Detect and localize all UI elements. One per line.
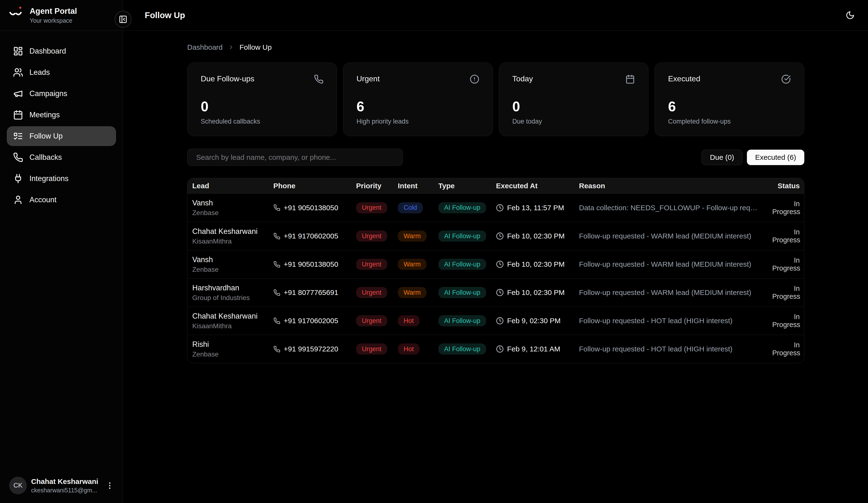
sidebar-item-label: Campaigns [29,89,67,98]
breadcrumb-current: Follow Up [239,43,272,51]
user-text: Chahat Kesharwani ckesharwani5115@gm... [31,478,98,494]
stat-card: Due Follow-ups 0 Scheduled callbacks [187,62,337,136]
clock-icon [496,232,504,240]
intent-cell: Warm [393,287,434,298]
clock-icon [496,317,504,325]
intent-cell: Warm [393,259,434,270]
phone-icon [273,346,280,353]
user-menu-button[interactable] [105,481,114,490]
filter-buttons: Due (0) Executed (6) [702,150,804,165]
executed-at: Feb 10, 02:30 PM [507,288,565,297]
stat-card-value: 0 [201,100,323,113]
column-header-phone: Phone [269,182,351,190]
stat-cards: Due Follow-ups 0 Scheduled callbacks Urg… [187,62,804,136]
status-text: In Progress [767,313,804,329]
sidebar-item-icon [13,174,23,184]
priority-badge: Urgent [356,259,387,270]
sidebar-item[interactable]: Meetings [7,105,116,125]
sidebar-item-label: Follow Up [29,132,63,141]
stat-card-head: Executed [668,74,791,84]
priority-cell: Urgent [351,315,393,326]
intent-cell: Hot [393,315,434,326]
app-root: Agent Portal Your workspace Dashboard Le… [0,0,868,503]
phone-icon [273,261,280,268]
stat-card-icon [625,74,635,84]
type-cell: AI Follow-up [434,343,491,355]
type-badge: AI Follow-up [438,343,486,355]
phone-icon [273,289,280,296]
table-row[interactable]: Harshvardhan Group of Industries +91 807… [187,278,804,307]
sidebar-item-icon [13,131,23,141]
reason-text: Follow-up requested - WARM lead (MEDIUM … [574,232,767,240]
sidebar-item[interactable]: Leads [7,62,116,82]
executed-at-cell: Feb 9, 12:01 AM [491,345,574,353]
stat-card: Today 0 Due today [499,62,649,136]
priority-cell: Urgent [351,343,393,355]
sidebar-item-label: Dashboard [29,47,66,55]
table-row[interactable]: Chahat Kesharwani KisaanMithra +91 91706… [187,222,804,250]
lead-name: Vansh [192,199,269,207]
page-title: Follow Up [145,10,185,20]
sidebar-item-icon [13,152,23,162]
user-profile: CK Chahat Kesharwani ckesharwani5115@gm.… [0,470,123,503]
sidebar-item-label: Meetings [29,111,60,119]
sidebar-item[interactable]: Campaigns [7,84,116,104]
column-header-lead: Lead [187,182,269,190]
status-text: In Progress [767,228,804,244]
table-row[interactable]: Vansh Zenbase +91 9050138050 Urgent Cold [187,194,804,222]
lead-name: Vansh [192,255,269,264]
sidebar-item-label: Callbacks [29,153,62,162]
avatar: CK [9,477,27,494]
stat-card-icon [781,74,791,84]
lead-name: Rishi [192,340,269,349]
lead-cell: Rishi Zenbase [187,340,269,358]
sidebar-item[interactable]: Dashboard [7,41,116,61]
clock-icon [496,260,504,268]
breadcrumb-dashboard[interactable]: Dashboard [187,43,223,51]
lead-company: Zenbase [192,350,269,358]
executed-at-cell: Feb 10, 02:30 PM [491,260,574,268]
sidebar-item[interactable]: Follow Up [7,126,116,146]
intent-badge: Hot [398,315,420,326]
priority-cell: Urgent [351,287,393,298]
phone-number: +91 9050138050 [284,204,338,212]
type-badge: AI Follow-up [438,287,486,298]
sidebar-toggle-button[interactable] [115,11,132,28]
reason-text: Follow-up requested - HOT lead (HIGH int… [574,317,767,325]
priority-badge: Urgent [356,315,387,326]
sidebar-item[interactable]: Callbacks [7,147,116,167]
table-row[interactable]: Vansh Zenbase +91 9050138050 Urgent Warm [187,250,804,278]
type-cell: AI Follow-up [434,230,491,242]
column-header-intent: Intent [393,182,434,190]
breadcrumb: Dashboard Follow Up [187,43,804,51]
executed-at: Feb 13, 11:57 PM [507,204,564,212]
sidebar-item[interactable]: Account [7,190,116,210]
stat-card-title: Executed [668,74,700,83]
phone-cell: +91 9050138050 [269,204,351,212]
sidebar-item[interactable]: Integrations [7,169,116,188]
table-row[interactable]: Chahat Kesharwani KisaanMithra +91 91706… [187,307,804,335]
intent-cell: Cold [393,202,434,213]
stat-card: Executed 6 Completed follow-ups [654,62,804,136]
status-text: In Progress [767,256,804,272]
sidebar-item-label: Account [29,195,56,204]
executed-filter-button[interactable]: Executed (6) [747,150,804,165]
sidebar-item-icon [13,110,23,120]
app-logo-icon [9,3,22,17]
intent-cell: Warm [393,230,434,242]
executed-at-cell: Feb 13, 11:57 PM [491,204,574,212]
app-subtitle: Your workspace [30,17,77,24]
table-row[interactable]: Rishi Zenbase +91 9915972220 Urgent Hot [187,335,804,363]
type-badge: AI Follow-up [438,259,486,270]
executed-at-cell: Feb 9, 02:30 PM [491,317,574,325]
intent-badge: Warm [398,259,426,270]
main-area: Follow Up Dashboard Follow Up Due Follow… [123,0,868,503]
due-filter-button[interactable]: Due (0) [702,150,743,165]
column-header-status: Status [767,182,804,190]
lead-company: Zenbase [192,209,269,217]
stat-card-subtitle: Completed follow-ups [668,118,791,125]
theme-toggle-button[interactable] [846,11,855,20]
app-title: Agent Portal [30,6,77,16]
search-input[interactable] [187,149,403,166]
stat-card-value: 0 [513,100,635,113]
